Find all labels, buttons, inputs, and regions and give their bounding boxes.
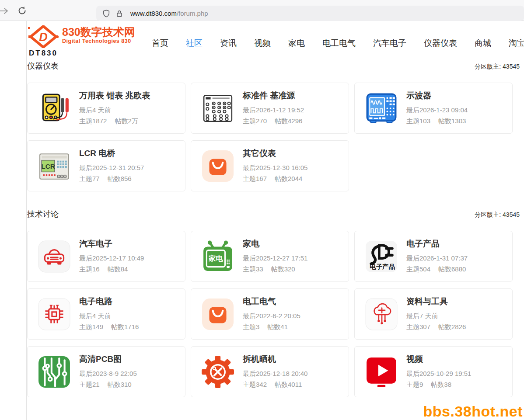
section-moderator[interactable]: 分区版主: 43545: [475, 63, 520, 71]
card-last-post-time: 最后2023-8-9 22:05: [79, 368, 137, 379]
card-topic-count: 主题167: [243, 173, 267, 184]
forum-card[interactable]: 标准件 基准源最后2026-1-12 19:52主题270帖数4296: [191, 83, 349, 134]
card-title: 万用表 钳表 兆欧表: [79, 90, 150, 101]
card-text: 示波器最后2026-1-23 09:04主题103帖数1303: [406, 90, 468, 126]
card-title: 标准件 基准源: [243, 90, 304, 101]
svg-text:家电: 家电: [208, 254, 223, 262]
card-text: 拆机晒机最后2025-12-18 20:40主题342帖数4011: [243, 354, 307, 390]
nav-item-汽车电子[interactable]: 汽车电子: [373, 38, 406, 51]
watermark-text: bbs.38hot.net: [423, 403, 523, 420]
top-navigation: 首页社区资讯视频家电电工电气汽车电子仪器仪表商城淘宝: [152, 38, 524, 51]
forum-card[interactable]: 拆机晒机最后2025-12-18 20:40主题342帖数4011: [191, 346, 349, 397]
forum-card[interactable]: 汽车电子最后2025-12-17 10:49主题16帖数84: [27, 231, 185, 282]
card-stats: 主题77帖数856: [79, 173, 144, 184]
forum-card[interactable]: 示波器最后2026-1-23 09:04主题103帖数1303: [354, 83, 513, 134]
page-left-border: [26, 21, 27, 420]
card-stats: 主题342帖数4011: [243, 379, 307, 390]
nav-item-商城[interactable]: 商城: [475, 38, 491, 51]
plug-icon: 电子产品: [365, 240, 398, 273]
card-text: 高清PCB图最后2023-8-9 22:05主题21帖数310: [79, 354, 137, 390]
card-title: 汽车电子: [79, 238, 144, 250]
pcb-icon: [38, 356, 70, 388]
card-last-post-time: 最后2025-12-18 20:40: [243, 368, 307, 379]
card-post-count: 帖数2万: [115, 115, 138, 126]
forum-content: 仪器仪表分区版主: 43545万用表 钳表 兆欧表最后4 天前主题1872帖数2…: [27, 61, 520, 415]
card-title: 视频: [406, 354, 471, 365]
card-title: 其它仪表: [243, 148, 307, 159]
card-topic-count: 主题1872: [79, 115, 107, 126]
forum-section: 技术讨论分区版主: 43545汽车电子最后2025-12-17 10:49主题1…: [27, 209, 520, 397]
card-last-post-time: 最后4 天前: [79, 104, 150, 115]
chip-icon: [38, 298, 70, 330]
card-post-count: 帖数41: [267, 321, 288, 332]
nav-item-资讯[interactable]: 资讯: [220, 38, 237, 51]
nav-item-仪器仪表[interactable]: 仪器仪表: [424, 38, 457, 51]
card-topic-count: 主题149: [79, 321, 103, 332]
card-post-count: 帖数2044: [275, 173, 302, 184]
card-stats: 主题1872帖数2万: [79, 115, 150, 126]
site-logo[interactable]: D DT830 830数字技术网 Digital Technologies 83…: [28, 25, 135, 58]
lock-icon[interactable]: [115, 10, 123, 17]
url-bar[interactable]: www.dt830.com/forum.php: [96, 6, 524, 21]
nav-item-家电[interactable]: 家电: [288, 38, 305, 51]
card-text: 万用表 钳表 兆欧表最后4 天前主题1872帖数2万: [79, 90, 150, 126]
section-title: 技术讨论: [27, 209, 59, 219]
nav-item-淘宝[interactable]: 淘宝: [509, 38, 524, 51]
card-post-count: 帖数320: [271, 264, 295, 274]
logo-subtitle: Digital Technologies 830: [62, 38, 135, 44]
forum-card[interactable]: 资料与工具最后7 天前主题307帖数2826: [354, 288, 513, 340]
page: www.dt830.com/forum.php D DT830 830数字技术网…: [0, 0, 524, 420]
card-stats: 主题103帖数1303: [406, 115, 468, 126]
nav-item-社区[interactable]: 社区: [186, 38, 203, 51]
forum-card[interactable]: 电子产品电子产品最后2026-1-31 07:37主题504帖数6880: [354, 231, 513, 282]
card-text: 其它仪表最后2025-12-30 16:05主题167帖数2044: [243, 148, 307, 184]
forum-card[interactable]: 电工电气最后2022-6-2 20:05主题3帖数41: [191, 288, 349, 340]
card-post-count: 帖数4011: [275, 379, 302, 390]
card-stats: 主题3帖数41: [243, 321, 300, 332]
card-last-post-time: 最后2026-1-12 19:52: [243, 104, 304, 115]
card-stats: 主题33帖数320: [243, 264, 307, 274]
card-title: 家电: [243, 238, 307, 250]
card-topic-count: 主题270: [243, 115, 267, 126]
card-title: 示波器: [406, 90, 468, 101]
card-title: LCR 电桥: [79, 148, 144, 159]
card-text: 家电最后2025-12-27 17:51主题33帖数320: [243, 238, 307, 274]
card-title: 电子电路: [79, 296, 139, 307]
tv-icon: 家电: [202, 240, 234, 273]
card-text: 视频最后2025-10-29 19:51主题9帖数38: [406, 354, 471, 390]
forum-card[interactable]: 高清PCB图最后2023-8-9 22:05主题21帖数310: [27, 346, 185, 397]
forward-arrow-icon[interactable]: [0, 7, 9, 14]
card-stats: 主题167帖数2044: [243, 173, 307, 184]
url-text[interactable]: www.dt830.com/forum.php: [130, 10, 208, 17]
cloud-network-icon: [365, 298, 398, 330]
section-moderator[interactable]: 分区版主: 43545: [475, 211, 520, 219]
nav-item-首页[interactable]: 首页: [152, 38, 168, 51]
card-last-post-time: 最后2025-10-29 19:51: [406, 368, 471, 379]
nav-item-电工电气[interactable]: 电工电气: [322, 38, 356, 51]
reload-icon[interactable]: [17, 6, 27, 15]
card-title: 拆机晒机: [243, 354, 307, 365]
card-topic-count: 主题3: [243, 321, 259, 332]
forum-grid: 汽车电子最后2025-12-17 10:49主题16帖数84家电家电最后2025…: [27, 231, 520, 397]
card-post-count: 帖数856: [108, 173, 132, 184]
section-title: 仪器仪表: [27, 61, 59, 71]
logo-mark-text: DT830: [29, 49, 58, 58]
shield-icon[interactable]: [102, 10, 110, 17]
forum-card[interactable]: LCRLCR 电桥最后2025-12-31 20:57主题77帖数856: [27, 140, 185, 191]
card-title: 资料与工具: [406, 296, 466, 307]
car-icon: [38, 240, 70, 273]
forum-card[interactable]: 视频最后2025-10-29 19:51主题9帖数38: [354, 346, 513, 397]
card-post-count: 帖数6880: [438, 264, 466, 274]
card-text: 汽车电子最后2025-12-17 10:49主题16帖数84: [79, 238, 144, 274]
card-post-count: 帖数2826: [438, 321, 466, 332]
card-topic-count: 主题103: [406, 115, 430, 126]
forum-card[interactable]: 万用表 钳表 兆欧表最后4 天前主题1872帖数2万: [27, 83, 185, 134]
forum-card[interactable]: 电子电路最后4 天前主题149帖数1716: [27, 288, 185, 340]
forum-card[interactable]: 家电家电最后2025-12-27 17:51主题33帖数320: [191, 231, 349, 282]
forum-card[interactable]: 其它仪表最后2025-12-30 16:05主题167帖数2044: [191, 140, 349, 191]
dt830-diamond-icon: D: [28, 25, 59, 48]
card-topic-count: 主题504: [406, 264, 430, 274]
card-post-count: 帖数84: [108, 264, 128, 274]
forum-section: 仪器仪表分区版主: 43545万用表 钳表 兆欧表最后4 天前主题1872帖数2…: [27, 61, 520, 191]
nav-item-视频[interactable]: 视频: [254, 38, 271, 51]
